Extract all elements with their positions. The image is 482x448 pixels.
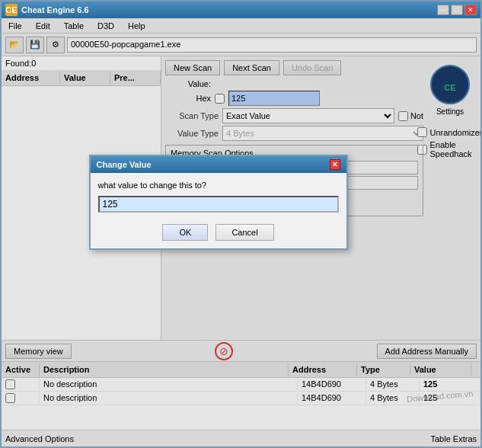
change-value-dialog: Change Value ✕ what value to change this… bbox=[89, 155, 348, 250]
dialog-title-text: Change Value bbox=[97, 160, 152, 169]
minimize-button[interactable]: — bbox=[437, 5, 449, 15]
main-window: CE Cheat Engine 6.6 — □ ✕ File Edit Tabl… bbox=[0, 0, 482, 448]
dialog-cancel-button[interactable]: Cancel bbox=[215, 224, 273, 241]
dialog-value-input[interactable] bbox=[98, 196, 339, 213]
dialog-overlay: Change Value ✕ what value to change this… bbox=[2, 18, 480, 446]
dialog-title-bar: Change Value ✕ bbox=[91, 156, 346, 173]
dialog-close-button[interactable]: ✕ bbox=[330, 159, 340, 170]
close-button[interactable]: ✕ bbox=[464, 5, 477, 15]
dialog-buttons: OK Cancel bbox=[91, 220, 346, 248]
dialog-body: what value to change this to? bbox=[91, 173, 346, 220]
window-title: Cheat Engine 6.6 bbox=[21, 5, 433, 14]
title-bar: CE Cheat Engine 6.6 — □ ✕ bbox=[2, 2, 480, 18]
app-icon: CE bbox=[5, 4, 18, 16]
dialog-ok-button[interactable]: OK bbox=[162, 224, 208, 241]
window-controls: — □ ✕ bbox=[437, 5, 477, 15]
dialog-prompt: what value to change this to? bbox=[98, 181, 339, 190]
maximize-button[interactable]: □ bbox=[451, 5, 463, 15]
